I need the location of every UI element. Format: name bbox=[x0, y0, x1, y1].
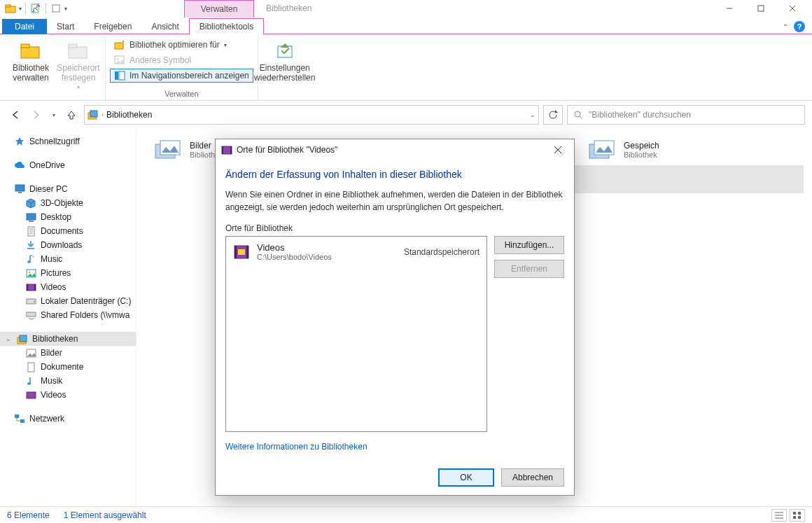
chevron-down-icon[interactable]: ⌄ bbox=[530, 111, 536, 118]
maximize-button[interactable] bbox=[745, 0, 776, 18]
separator bbox=[46, 3, 46, 14]
tab-view[interactable]: Ansicht bbox=[141, 19, 188, 34]
add-location-button[interactable]: Hinzufügen... bbox=[494, 236, 564, 254]
label: Speicherort festlegen bbox=[56, 63, 101, 83]
sidebar-item-sharedfolders[interactable]: Shared Folders (\\vmwa bbox=[0, 308, 136, 322]
restore-settings-button[interactable]: Einstellungen wiederherstellen bbox=[262, 36, 307, 83]
location-path: C:\Users\bodo\Videos bbox=[257, 253, 332, 261]
expand-icon[interactable]: ⌄ bbox=[6, 335, 11, 342]
label: Shared Folders (\\vmwa bbox=[41, 310, 130, 320]
svg-rect-46 bbox=[27, 392, 36, 398]
library-item-gespeichert[interactable]: GespeichBibliothek bbox=[584, 136, 780, 164]
sparkle-folder-icon bbox=[114, 39, 125, 50]
sidebar-item-3dobjects[interactable]: 3D-Objekte bbox=[0, 196, 136, 210]
title: Gespeich bbox=[624, 141, 659, 151]
recent-button[interactable]: ▾ bbox=[49, 106, 59, 123]
tab-file[interactable]: Datei bbox=[2, 19, 47, 34]
music-icon bbox=[25, 375, 36, 386]
locations-list[interactable]: Videos C:\Users\bodo\Videos Standardspei… bbox=[225, 236, 487, 432]
svg-rect-58 bbox=[793, 516, 796, 519]
optimize-library-button[interactable]: Bibliothek optimieren für ▾ bbox=[110, 38, 253, 52]
label: Dieser PC bbox=[29, 184, 68, 194]
group-label bbox=[53, 90, 55, 102]
svg-point-32 bbox=[27, 260, 31, 263]
chevron-down-icon: ▾ bbox=[52, 112, 55, 118]
search-icon bbox=[573, 110, 583, 120]
label: Netzwerk bbox=[29, 414, 64, 424]
title-bar: ▾ ▾ bbox=[0, 0, 812, 18]
sidebar-item-quickaccess[interactable]: Schnellzugriff bbox=[0, 134, 136, 148]
minimize-button[interactable] bbox=[713, 0, 745, 18]
sidebar-item-desktop[interactable]: Desktop bbox=[0, 210, 136, 224]
view-details-button[interactable] bbox=[771, 509, 787, 522]
sidebar-item-pictures[interactable]: Pictures bbox=[0, 266, 136, 280]
sidebar-item-downloads[interactable]: Downloads bbox=[0, 238, 136, 252]
svg-rect-9 bbox=[21, 47, 39, 58]
svg-point-15 bbox=[117, 58, 119, 60]
view-icons-button[interactable] bbox=[790, 509, 805, 522]
dialog-close-button[interactable] bbox=[547, 139, 568, 160]
folder-icon bbox=[20, 39, 42, 62]
tab-librarytools[interactable]: Bibliothektools bbox=[189, 18, 264, 35]
label: Einstellungen wiederherstellen bbox=[254, 63, 315, 83]
label: Pictures bbox=[41, 268, 71, 278]
sidebar-item-lib-pictures[interactable]: Bilder bbox=[0, 346, 136, 360]
sidebar-item-libraries[interactable]: ⌄ Bibliotheken bbox=[0, 332, 136, 346]
back-button[interactable] bbox=[7, 106, 24, 123]
label: 3D-Objekte bbox=[41, 198, 83, 208]
sidebar-item-videos[interactable]: Videos bbox=[0, 280, 136, 294]
svg-rect-66 bbox=[234, 246, 237, 258]
sidebar-item-lib-documents[interactable]: Dokumente bbox=[0, 360, 136, 374]
sidebar-item-localdisk[interactable]: Lokaler Datenträger (C:) bbox=[0, 294, 136, 308]
nav-row: ▾ › Bibliotheken ⌄ "Bibliotheken" durchs… bbox=[0, 101, 812, 129]
selection-count: 1 Element ausgewählt bbox=[64, 510, 146, 520]
label: Music bbox=[41, 254, 62, 264]
help-icon[interactable]: ? bbox=[794, 21, 805, 32]
remove-location-button[interactable]: Entfernen bbox=[494, 260, 564, 278]
qat-overflow-icon[interactable]: ▾ bbox=[64, 6, 67, 12]
collapse-ribbon-icon[interactable]: ⌃ bbox=[783, 23, 788, 31]
sidebar-item-network[interactable]: Netzwerk bbox=[0, 412, 136, 426]
picture-library-icon bbox=[587, 139, 615, 161]
sidebar-item-lib-music[interactable]: Musik bbox=[0, 374, 136, 388]
sidebar-item-music[interactable]: Music bbox=[0, 252, 136, 266]
svg-rect-37 bbox=[34, 284, 36, 291]
set-saveloc-button[interactable]: Speicherort festlegen ▾ bbox=[56, 36, 101, 90]
subtitle: Bibliothek bbox=[624, 151, 659, 159]
ok-button[interactable]: OK bbox=[438, 468, 494, 487]
dialog-titlebar[interactable]: Orte für Bibliothek "Videos" bbox=[216, 139, 574, 160]
qat-newfolder-icon[interactable] bbox=[50, 2, 62, 15]
app-title: Bibliotheken bbox=[266, 4, 312, 13]
chevron-down-icon[interactable]: ▾ bbox=[19, 6, 22, 12]
sidebar-item-documents[interactable]: Documents bbox=[0, 224, 136, 238]
tab-start[interactable]: Start bbox=[47, 19, 84, 34]
sidebar-item-lib-videos[interactable]: Videos bbox=[0, 388, 136, 402]
chevron-right-icon[interactable]: › bbox=[102, 111, 104, 118]
picture-icon bbox=[25, 347, 36, 358]
change-icon-button[interactable]: Anderes Symbol bbox=[110, 53, 253, 67]
picture-icon bbox=[25, 267, 36, 279]
more-info-link[interactable]: Weitere Informationen zu Bibliotheken bbox=[225, 442, 564, 452]
document-icon bbox=[25, 225, 36, 237]
video-icon bbox=[221, 144, 232, 155]
label: OneDrive bbox=[29, 160, 65, 170]
label: Bibliothek optimieren für bbox=[130, 40, 220, 50]
svg-rect-17 bbox=[119, 71, 125, 80]
close-button[interactable] bbox=[776, 0, 808, 18]
search-input[interactable]: "Bibliotheken" durchsuchen bbox=[567, 105, 805, 125]
up-button[interactable] bbox=[63, 106, 80, 123]
show-in-navpane-button[interactable]: Im Navigationsbereich anzeigen bbox=[110, 69, 253, 83]
address-bar[interactable]: › Bibliotheken ⌄ bbox=[84, 105, 539, 125]
forward-button[interactable] bbox=[28, 106, 45, 123]
sidebar-item-thispc[interactable]: Dieser PC bbox=[0, 182, 136, 196]
qat-properties-icon[interactable] bbox=[29, 2, 42, 15]
manage-library-button[interactable]: Bibliothek verwalten bbox=[8, 36, 53, 83]
sidebar-item-onedrive[interactable]: OneDrive bbox=[0, 158, 136, 172]
breadcrumb-item[interactable]: Bibliotheken bbox=[106, 110, 152, 120]
location-item[interactable]: Videos C:\Users\bodo\Videos Standardspei… bbox=[227, 238, 485, 265]
cancel-button[interactable]: Abbrechen bbox=[501, 468, 564, 487]
svg-rect-60 bbox=[222, 146, 232, 154]
tab-share[interactable]: Freigeben bbox=[84, 19, 141, 34]
window-controls bbox=[713, 0, 808, 18]
refresh-button[interactable] bbox=[543, 105, 563, 125]
